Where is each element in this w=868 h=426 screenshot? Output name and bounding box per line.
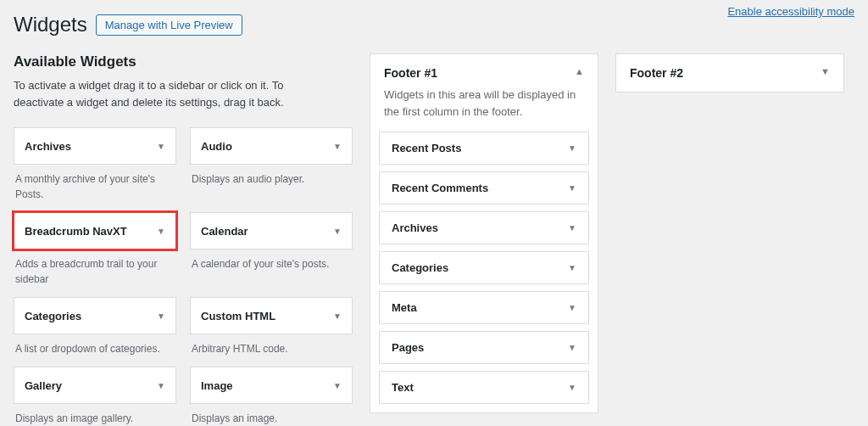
widget-categories[interactable]: Categories ▼ <box>14 297 176 334</box>
area-widget-title: Meta <box>392 301 417 314</box>
widget-description: Displays an audio player. <box>190 171 353 187</box>
widget-description: A monthly archive of your site's Posts. <box>14 171 176 202</box>
available-widgets-description: To activate a widget drag it to a sideba… <box>14 77 336 110</box>
area-widget-title: Pages <box>392 341 424 354</box>
widget-description: Arbitrary HTML code. <box>190 341 353 356</box>
area-widget-pages[interactable]: Pages ▼ <box>379 331 589 364</box>
widget-area-title: Footer #2 <box>630 66 683 80</box>
chevron-down-icon: ▼ <box>568 303 576 312</box>
area-widget-categories[interactable]: Categories ▼ <box>379 251 589 284</box>
area-widget-title: Recent Posts <box>392 142 461 154</box>
available-widgets-heading: Available Widgets <box>14 53 353 70</box>
widget-area-footer-1: Footer #1 ▲ Widgets in this area will be… <box>370 53 598 413</box>
widget-archives[interactable]: Archives ▼ <box>14 127 176 165</box>
widget-area-footer-2: Footer #2 ▼ <box>615 53 844 92</box>
widget-image[interactable]: Image ▼ <box>190 367 353 404</box>
chevron-down-icon: ▼ <box>333 311 342 321</box>
widget-description: Displays an image. <box>190 411 353 426</box>
widget-audio[interactable]: Audio ▼ <box>190 127 353 165</box>
chevron-down-icon: ▼ <box>821 66 830 76</box>
manage-live-preview-button[interactable]: Manage with Live Preview <box>96 14 242 36</box>
widget-title: Breadcrumb NavXT <box>25 225 127 238</box>
chevron-down-icon: ▼ <box>568 263 576 272</box>
widget-breadcrumb-navxt[interactable]: Breadcrumb NavXT ▼ <box>14 212 176 249</box>
area-widget-title: Recent Comments <box>392 182 488 194</box>
chevron-down-icon: ▼ <box>157 311 165 321</box>
widget-title: Calendar <box>201 225 248 238</box>
widget-title: Custom HTML <box>201 310 275 322</box>
widget-title: Gallery <box>25 379 62 392</box>
area-widget-title: Categories <box>392 261 448 274</box>
chevron-down-icon: ▼ <box>568 343 576 352</box>
accessibility-mode-link[interactable]: Enable accessibility mode <box>727 5 854 18</box>
chevron-down-icon: ▼ <box>333 227 342 236</box>
widget-description: A list or dropdown of categories. <box>14 341 176 356</box>
chevron-down-icon: ▼ <box>157 142 165 151</box>
widget-area-header[interactable]: Footer #1 ▲ <box>370 54 598 85</box>
chevron-down-icon: ▼ <box>568 183 576 193</box>
widget-title: Image <box>201 379 233 392</box>
area-widget-title: Archives <box>392 221 438 234</box>
widget-area-description: Widgets in this area will be displayed i… <box>370 85 598 132</box>
chevron-down-icon: ▼ <box>568 383 576 392</box>
area-widget-text[interactable]: Text ▼ <box>379 371 589 404</box>
chevron-down-icon: ▼ <box>568 223 576 233</box>
area-widget-recent-posts[interactable]: Recent Posts ▼ <box>379 132 589 165</box>
widget-description: Displays an image gallery. <box>14 411 176 426</box>
chevron-down-icon: ▼ <box>333 142 342 151</box>
chevron-down-icon: ▼ <box>333 381 342 390</box>
chevron-down-icon: ▼ <box>568 143 576 153</box>
widget-gallery[interactable]: Gallery ▼ <box>14 367 176 404</box>
widget-custom-html[interactable]: Custom HTML ▼ <box>190 297 353 334</box>
chevron-up-icon: ▲ <box>575 66 584 76</box>
page-title: Widgets <box>14 13 87 36</box>
area-widget-archives[interactable]: Archives ▼ <box>379 211 589 244</box>
widget-area-title: Footer #1 <box>384 66 437 80</box>
widget-title: Archives <box>25 140 71 153</box>
widget-area-header[interactable]: Footer #2 ▼ <box>616 54 843 92</box>
chevron-down-icon: ▼ <box>157 227 165 236</box>
area-widget-meta[interactable]: Meta ▼ <box>379 291 589 324</box>
widget-description: Adds a breadcrumb trail to your sidebar <box>14 256 176 287</box>
widget-description: A calendar of your site's posts. <box>190 256 353 272</box>
area-widget-title: Text <box>392 381 414 394</box>
area-widget-recent-comments[interactable]: Recent Comments ▼ <box>379 171 589 205</box>
widget-calendar[interactable]: Calendar ▼ <box>190 212 353 249</box>
widget-title: Audio <box>201 140 232 153</box>
chevron-down-icon: ▼ <box>157 381 165 390</box>
widget-title: Categories <box>25 310 81 322</box>
